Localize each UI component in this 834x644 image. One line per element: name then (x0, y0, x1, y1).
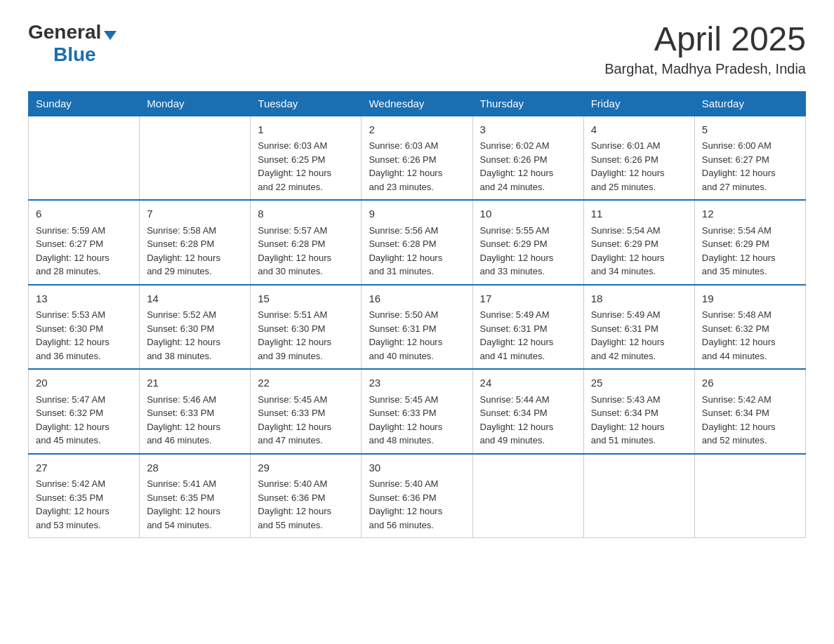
day-number: 8 (258, 206, 354, 222)
calendar-cell: 12Sunrise: 5:54 AM Sunset: 6:29 PM Dayli… (694, 200, 805, 285)
day-info: Sunrise: 5:58 AM Sunset: 6:28 PM Dayligh… (147, 224, 243, 279)
day-info: Sunrise: 5:41 AM Sunset: 6:35 PM Dayligh… (147, 477, 243, 532)
calendar-cell: 15Sunrise: 5:51 AM Sunset: 6:30 PM Dayli… (251, 285, 362, 370)
week-row: 1Sunrise: 6:03 AM Sunset: 6:25 PM Daylig… (29, 116, 806, 201)
day-number: 18 (591, 291, 687, 307)
day-number: 13 (36, 291, 132, 307)
day-number: 19 (702, 291, 798, 307)
calendar-cell: 16Sunrise: 5:50 AM Sunset: 6:31 PM Dayli… (362, 285, 472, 370)
calendar-day-header: Saturday (694, 91, 805, 116)
day-number: 14 (147, 291, 243, 307)
month-year-title: April 2025 (604, 21, 806, 58)
day-number: 5 (702, 122, 798, 138)
calendar-cell: 20Sunrise: 5:47 AM Sunset: 6:32 PM Dayli… (29, 369, 140, 454)
day-info: Sunrise: 5:48 AM Sunset: 6:32 PM Dayligh… (702, 308, 798, 363)
calendar-cell: 21Sunrise: 5:46 AM Sunset: 6:33 PM Dayli… (140, 369, 251, 454)
day-info: Sunrise: 6:03 AM Sunset: 6:25 PM Dayligh… (258, 139, 354, 194)
day-info: Sunrise: 5:44 AM Sunset: 6:34 PM Dayligh… (480, 393, 576, 448)
calendar-cell: 14Sunrise: 5:52 AM Sunset: 6:30 PM Dayli… (140, 285, 251, 370)
calendar-cell: 29Sunrise: 5:40 AM Sunset: 6:36 PM Dayli… (251, 454, 362, 538)
calendar-day-header: Tuesday (251, 91, 362, 116)
day-info: Sunrise: 5:40 AM Sunset: 6:36 PM Dayligh… (258, 477, 354, 532)
day-info: Sunrise: 6:03 AM Sunset: 6:26 PM Dayligh… (369, 139, 465, 194)
day-info: Sunrise: 5:51 AM Sunset: 6:30 PM Dayligh… (258, 308, 354, 363)
day-number: 9 (369, 206, 465, 222)
calendar-day-header: Sunday (29, 91, 140, 116)
page-header: General Blue April 2025 Barghat, Madhya … (28, 21, 806, 77)
calendar-cell (140, 116, 251, 201)
day-number: 7 (147, 206, 243, 222)
day-number: 16 (369, 291, 465, 307)
logo: General Blue (28, 21, 117, 66)
calendar-cell: 4Sunrise: 6:01 AM Sunset: 6:26 PM Daylig… (583, 116, 694, 201)
day-number: 25 (591, 375, 687, 391)
day-info: Sunrise: 5:49 AM Sunset: 6:31 PM Dayligh… (480, 308, 576, 363)
logo-general-text: General (28, 21, 101, 43)
day-info: Sunrise: 5:47 AM Sunset: 6:32 PM Dayligh… (36, 393, 132, 448)
day-number: 1 (258, 122, 354, 138)
day-number: 29 (258, 460, 354, 476)
logo-triangle-icon (104, 31, 117, 40)
calendar-cell: 3Sunrise: 6:02 AM Sunset: 6:26 PM Daylig… (472, 116, 583, 201)
day-info: Sunrise: 5:54 AM Sunset: 6:29 PM Dayligh… (702, 224, 798, 279)
week-row: 20Sunrise: 5:47 AM Sunset: 6:32 PM Dayli… (29, 369, 806, 454)
calendar-header-row: SundayMondayTuesdayWednesdayThursdayFrid… (29, 91, 806, 116)
calendar-cell: 28Sunrise: 5:41 AM Sunset: 6:35 PM Dayli… (140, 454, 251, 538)
calendar-day-header: Monday (140, 91, 251, 116)
day-info: Sunrise: 5:45 AM Sunset: 6:33 PM Dayligh… (369, 393, 465, 448)
day-number: 4 (591, 122, 687, 138)
day-info: Sunrise: 5:43 AM Sunset: 6:34 PM Dayligh… (591, 393, 687, 448)
week-row: 13Sunrise: 5:53 AM Sunset: 6:30 PM Dayli… (29, 285, 806, 370)
week-row: 6Sunrise: 5:59 AM Sunset: 6:27 PM Daylig… (29, 200, 806, 285)
day-number: 30 (369, 460, 465, 476)
day-info: Sunrise: 5:57 AM Sunset: 6:28 PM Dayligh… (258, 224, 354, 279)
calendar-cell: 18Sunrise: 5:49 AM Sunset: 6:31 PM Dayli… (583, 285, 694, 370)
calendar-cell: 22Sunrise: 5:45 AM Sunset: 6:33 PM Dayli… (251, 369, 362, 454)
calendar-day-header: Thursday (472, 91, 583, 116)
calendar-cell: 5Sunrise: 6:00 AM Sunset: 6:27 PM Daylig… (694, 116, 805, 201)
day-info: Sunrise: 5:56 AM Sunset: 6:28 PM Dayligh… (369, 224, 465, 279)
day-number: 26 (702, 375, 798, 391)
day-info: Sunrise: 5:52 AM Sunset: 6:30 PM Dayligh… (147, 308, 243, 363)
day-number: 2 (369, 122, 465, 138)
day-info: Sunrise: 6:01 AM Sunset: 6:26 PM Dayligh… (591, 139, 687, 194)
calendar-cell: 9Sunrise: 5:56 AM Sunset: 6:28 PM Daylig… (362, 200, 472, 285)
day-number: 21 (147, 375, 243, 391)
day-number: 3 (480, 122, 576, 138)
day-number: 17 (480, 291, 576, 307)
calendar-cell: 13Sunrise: 5:53 AM Sunset: 6:30 PM Dayli… (29, 285, 140, 370)
day-info: Sunrise: 5:42 AM Sunset: 6:35 PM Dayligh… (36, 477, 132, 532)
day-info: Sunrise: 6:02 AM Sunset: 6:26 PM Dayligh… (480, 139, 576, 194)
title-block: April 2025 Barghat, Madhya Pradesh, Indi… (604, 21, 806, 77)
day-number: 12 (702, 206, 798, 222)
day-number: 11 (591, 206, 687, 222)
day-info: Sunrise: 5:46 AM Sunset: 6:33 PM Dayligh… (147, 393, 243, 448)
logo-blue-text: Blue (53, 43, 96, 66)
day-info: Sunrise: 5:53 AM Sunset: 6:30 PM Dayligh… (36, 308, 132, 363)
calendar-cell: 19Sunrise: 5:48 AM Sunset: 6:32 PM Dayli… (694, 285, 805, 370)
calendar-cell: 1Sunrise: 6:03 AM Sunset: 6:25 PM Daylig… (251, 116, 362, 201)
week-row: 27Sunrise: 5:42 AM Sunset: 6:35 PM Dayli… (29, 454, 806, 538)
day-info: Sunrise: 5:40 AM Sunset: 6:36 PM Dayligh… (369, 477, 465, 532)
day-number: 23 (369, 375, 465, 391)
calendar-cell: 6Sunrise: 5:59 AM Sunset: 6:27 PM Daylig… (29, 200, 140, 285)
calendar-cell (694, 454, 805, 538)
day-number: 27 (36, 460, 132, 476)
calendar-cell: 7Sunrise: 5:58 AM Sunset: 6:28 PM Daylig… (140, 200, 251, 285)
day-number: 28 (147, 460, 243, 476)
day-number: 15 (258, 291, 354, 307)
day-number: 6 (36, 206, 132, 222)
day-number: 20 (36, 375, 132, 391)
calendar-cell: 30Sunrise: 5:40 AM Sunset: 6:36 PM Dayli… (362, 454, 472, 538)
calendar-cell (583, 454, 694, 538)
day-info: Sunrise: 5:55 AM Sunset: 6:29 PM Dayligh… (480, 224, 576, 279)
calendar-cell: 26Sunrise: 5:42 AM Sunset: 6:34 PM Dayli… (694, 369, 805, 454)
day-info: Sunrise: 5:49 AM Sunset: 6:31 PM Dayligh… (591, 308, 687, 363)
calendar-cell: 27Sunrise: 5:42 AM Sunset: 6:35 PM Dayli… (29, 454, 140, 538)
calendar-cell (472, 454, 583, 538)
calendar-cell: 11Sunrise: 5:54 AM Sunset: 6:29 PM Dayli… (583, 200, 694, 285)
calendar-day-header: Friday (583, 91, 694, 116)
location-subtitle: Barghat, Madhya Pradesh, India (604, 61, 806, 77)
calendar-cell: 23Sunrise: 5:45 AM Sunset: 6:33 PM Dayli… (362, 369, 472, 454)
calendar-cell: 25Sunrise: 5:43 AM Sunset: 6:34 PM Dayli… (583, 369, 694, 454)
